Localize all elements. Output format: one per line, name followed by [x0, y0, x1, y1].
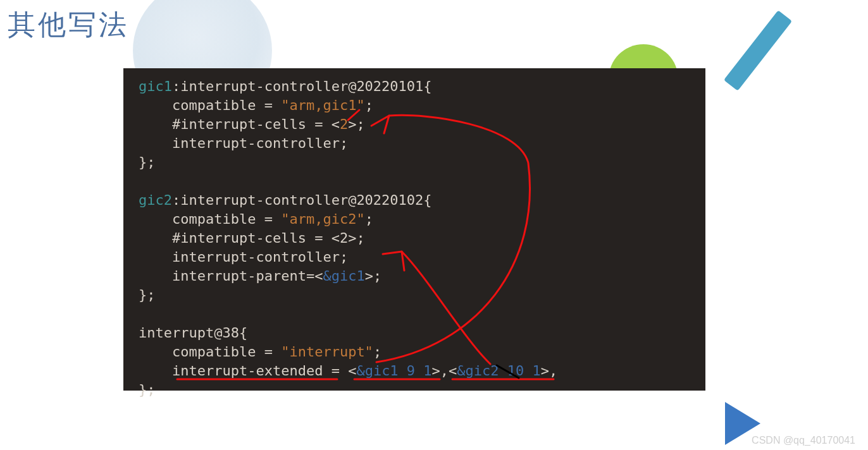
code-content: gic1:interrupt-controller@20220101{ comp…	[139, 77, 690, 399]
node-gic2: :interrupt-controller@20220102{	[172, 192, 432, 208]
gic1-compatible-val: "arm,gic1"	[281, 97, 364, 113]
gic2-compatible-key: compatible =	[172, 211, 281, 227]
decorative-blue-bar	[724, 10, 792, 91]
gic1-compatible-key: compatible =	[172, 97, 281, 113]
int-compatible-val: "interrupt"	[281, 344, 373, 360]
gic2-compatible-end: ;	[365, 211, 373, 227]
int-close: };	[139, 382, 156, 398]
gic1-compatible-end: ;	[365, 97, 373, 113]
gic2-cells: #interrupt-cells = <2>;	[172, 230, 365, 246]
node-interrupt: interrupt@38{	[139, 325, 247, 341]
gic2-controller: interrupt-controller;	[172, 249, 348, 265]
gic1-cells-key: #interrupt-cells = <	[172, 116, 340, 132]
gic2-compatible-val: "arm,gic2"	[281, 211, 364, 227]
gic2-parent-key: interrupt-parent=<	[172, 268, 323, 284]
node-gic1: :interrupt-controller@20220101{	[172, 78, 432, 94]
gic2-parent-val: &gic1	[323, 268, 364, 284]
gic1-cells-val: 2	[340, 116, 348, 132]
gic2-parent-end: >;	[365, 268, 382, 284]
gic1-close: };	[139, 154, 156, 170]
gic2-close: };	[139, 287, 156, 303]
gic1-cells-end: >;	[348, 116, 365, 132]
int-extended-key: interrupt-extended = <	[172, 363, 356, 379]
int-extended-mid: >,<	[432, 363, 457, 379]
code-block: gic1:interrupt-controller@20220101{ comp…	[123, 68, 705, 391]
int-extended-v1: &gic1 9 1	[356, 363, 431, 379]
int-extended-v2: &gic2 10 1	[457, 363, 540, 379]
label-gic2: gic2	[139, 192, 172, 208]
int-compatible-key: compatible =	[172, 344, 281, 360]
gic1-controller: interrupt-controller;	[172, 135, 348, 151]
int-compatible-end: ;	[373, 344, 381, 360]
int-extended-end: >,	[541, 363, 558, 379]
label-gic1: gic1	[139, 78, 172, 94]
csdn-watermark: CSDN @qq_40170041	[752, 435, 855, 446]
page-title: 其他写法	[8, 6, 129, 44]
